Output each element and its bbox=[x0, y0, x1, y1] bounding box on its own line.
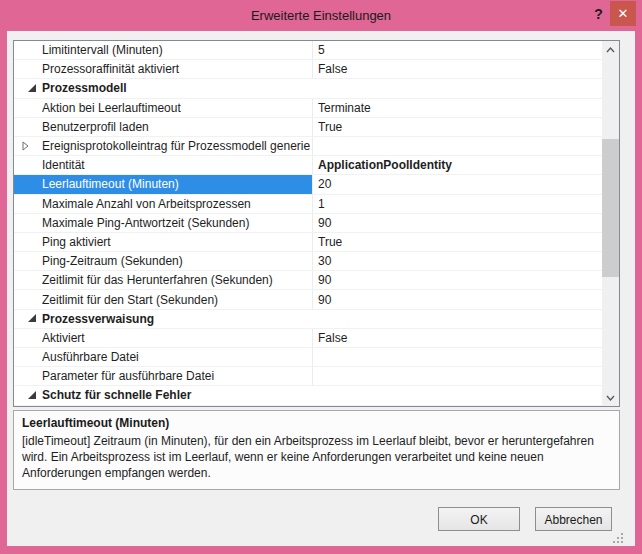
row-gutter bbox=[14, 41, 42, 59]
scrollbar-up-button[interactable] bbox=[602, 41, 619, 58]
grid-property-row[interactable]: Benutzerprofil ladenTrue bbox=[14, 118, 602, 137]
property-label: Ping aktiviert bbox=[42, 233, 312, 251]
property-value[interactable] bbox=[312, 367, 602, 385]
description-body: [idleTimeout] Zeitraum (in Minuten), für… bbox=[22, 433, 607, 481]
property-label: Prozessverwaisung bbox=[42, 310, 602, 328]
row-gutter bbox=[14, 271, 42, 289]
row-gutter bbox=[14, 60, 42, 78]
row-gutter bbox=[14, 367, 42, 385]
dialog-title: Erweiterte Einstellungen bbox=[0, 0, 642, 31]
property-grid-rows: Limitintervall (Minuten)5Prozessoraffini… bbox=[14, 41, 602, 406]
property-label: Identität bbox=[42, 156, 312, 174]
row-gutter bbox=[14, 348, 42, 366]
property-value[interactable]: 90 bbox=[312, 290, 602, 308]
property-value[interactable]: 5 bbox=[312, 41, 602, 59]
row-gutter bbox=[14, 310, 42, 328]
category-expanded-icon bbox=[28, 84, 37, 93]
property-label: Schutz für schnelle Fehler bbox=[42, 386, 602, 404]
scrollbar-down-icon bbox=[606, 395, 615, 401]
grid-category-row[interactable]: Prozessmodell bbox=[14, 79, 602, 98]
property-value[interactable]: ApplicationPoolIdentity bbox=[312, 156, 602, 174]
grid-property-row[interactable]: Aktion bei LeerlauftimeoutTerminate bbox=[14, 99, 602, 118]
scrollbar-up-icon bbox=[606, 47, 615, 53]
row-gutter bbox=[14, 79, 42, 97]
property-value[interactable] bbox=[312, 137, 602, 155]
property-grid: Limitintervall (Minuten)5Prozessoraffini… bbox=[13, 40, 620, 407]
row-gutter bbox=[14, 233, 42, 251]
close-icon: ✕ bbox=[618, 6, 629, 21]
row-gutter bbox=[14, 329, 42, 347]
property-label: Leerlauftimeout (Minuten) bbox=[42, 175, 312, 193]
grid-property-row[interactable]: Maximale Anzahl von Arbeitsprozessen1 bbox=[14, 195, 602, 214]
grid-property-row[interactable]: Limitintervall (Minuten)5 bbox=[14, 41, 602, 60]
property-value[interactable]: Terminate bbox=[312, 99, 602, 117]
row-gutter bbox=[14, 137, 42, 155]
vertical-scrollbar[interactable] bbox=[602, 41, 619, 406]
row-gutter bbox=[14, 195, 42, 213]
property-label: Ereignisprotokolleintrag für Prozessmode… bbox=[42, 137, 312, 155]
property-value[interactable]: False bbox=[312, 60, 602, 78]
grid-property-row[interactable]: Ping aktiviertTrue bbox=[14, 233, 602, 252]
property-label: Aktiviert bbox=[42, 329, 312, 347]
property-label: Ausführbare Datei bbox=[42, 348, 312, 366]
property-value[interactable]: True bbox=[312, 233, 602, 251]
grid-property-row[interactable]: Ausführbare Datei bbox=[14, 348, 602, 367]
grid-property-row[interactable]: Parameter für ausführbare Datei bbox=[14, 367, 602, 386]
category-expanded-icon bbox=[28, 391, 37, 400]
property-label: Zeitlimit für den Start (Sekunden) bbox=[42, 290, 312, 308]
category-expanded-icon bbox=[28, 314, 37, 323]
property-label: Benutzerprofil laden bbox=[42, 118, 312, 136]
resize-grip-icon[interactable] bbox=[612, 530, 624, 542]
grid-category-row[interactable]: Prozessverwaisung bbox=[14, 310, 602, 329]
row-gutter bbox=[14, 252, 42, 270]
property-value[interactable] bbox=[312, 348, 602, 366]
property-value[interactable]: 20 bbox=[312, 175, 602, 193]
property-value[interactable]: 90 bbox=[312, 214, 602, 232]
grid-property-row[interactable]: Zeitlimit für den Start (Sekunden)90 bbox=[14, 290, 602, 309]
grid-property-row[interactable]: Zeitlimit für das Herunterfahren (Sekund… bbox=[14, 271, 602, 290]
scrollbar-down-button[interactable] bbox=[602, 389, 619, 406]
property-label: Prozessmodell bbox=[42, 79, 602, 97]
help-button[interactable]: ? bbox=[588, 1, 609, 28]
close-button[interactable]: ✕ bbox=[610, 1, 636, 26]
grid-property-row[interactable]: AktiviertFalse bbox=[14, 329, 602, 348]
ok-button[interactable]: OK bbox=[438, 507, 520, 531]
row-gutter bbox=[14, 214, 42, 232]
property-value[interactable]: 1 bbox=[312, 195, 602, 213]
row-gutter bbox=[14, 175, 42, 193]
grid-property-row[interactable]: Leerlauftimeout (Minuten)20 bbox=[14, 175, 602, 194]
dialog-content: Limitintervall (Minuten)5Prozessoraffini… bbox=[7, 31, 635, 546]
property-label: Maximale Ping-Antwortzeit (Sekunden) bbox=[42, 214, 312, 232]
grid-category-row[interactable]: Schutz für schnelle Fehler bbox=[14, 386, 602, 405]
help-icon: ? bbox=[594, 6, 603, 22]
property-label: Parameter für ausführbare Datei bbox=[42, 367, 312, 385]
row-gutter bbox=[14, 156, 42, 174]
grid-property-row[interactable]: Maximale Ping-Antwortzeit (Sekunden)90 bbox=[14, 214, 602, 233]
expand-collapsed-icon[interactable] bbox=[22, 141, 30, 151]
property-label: Zeitlimit für das Herunterfahren (Sekund… bbox=[42, 271, 312, 289]
grid-property-row[interactable]: Prozessoraffinität aktiviertFalse bbox=[14, 60, 602, 79]
grid-property-row[interactable]: Ping-Zeitraum (Sekunden)30 bbox=[14, 252, 602, 271]
advanced-settings-dialog: Erweiterte Einstellungen ? ✕ Limitinterv… bbox=[0, 0, 642, 554]
scrollbar-thumb[interactable] bbox=[602, 139, 619, 277]
row-gutter bbox=[14, 290, 42, 308]
row-gutter bbox=[14, 118, 42, 136]
property-label: Prozessoraffinität aktiviert bbox=[42, 60, 312, 78]
titlebar: Erweiterte Einstellungen ? ✕ bbox=[0, 0, 642, 31]
property-label: Aktion bei Leerlauftimeout bbox=[42, 99, 312, 117]
property-value[interactable]: 30 bbox=[312, 252, 602, 270]
grid-property-row[interactable]: IdentitätApplicationPoolIdentity bbox=[14, 156, 602, 175]
description-title: Leerlauftimeout (Minuten) bbox=[22, 416, 611, 430]
property-label: Ping-Zeitraum (Sekunden) bbox=[42, 252, 312, 270]
grid-property-row[interactable]: Ereignisprotokolleintrag für Prozessmode… bbox=[14, 137, 602, 156]
row-gutter bbox=[14, 386, 42, 404]
property-value[interactable]: True bbox=[312, 118, 602, 136]
row-gutter bbox=[14, 99, 42, 117]
description-panel: Leerlauftimeout (Minuten) [idleTimeout] … bbox=[13, 410, 620, 490]
property-value[interactable]: 90 bbox=[312, 271, 602, 289]
property-value[interactable]: False bbox=[312, 329, 602, 347]
cancel-button[interactable]: Abbrechen bbox=[535, 507, 612, 531]
property-label: Maximale Anzahl von Arbeitsprozessen bbox=[42, 195, 312, 213]
property-label: Limitintervall (Minuten) bbox=[42, 41, 312, 59]
